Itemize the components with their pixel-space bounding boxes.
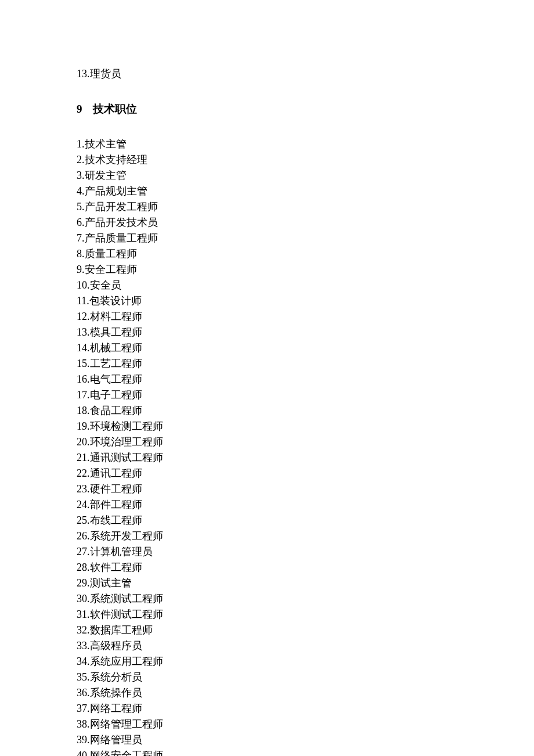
list-item: 9.安全工程师 — [77, 262, 534, 278]
list-item: 37.网络工程师 — [77, 701, 534, 717]
list-item: 30.系统测试工程师 — [77, 591, 534, 607]
list-item: 23.硬件工程师 — [77, 481, 534, 497]
section-number: 9 — [77, 103, 82, 116]
list-item: 18.食品工程师 — [77, 403, 534, 419]
list-item: 2.技术支持经理 — [77, 152, 534, 168]
list-item: 12.材料工程师 — [77, 309, 534, 325]
list-item: 13.模具工程师 — [77, 325, 534, 340]
list-item: 19.环境检测工程师 — [77, 419, 534, 434]
list-item: 40.网络安全工程师 — [77, 748, 534, 756]
list-item: 28.软件工程师 — [77, 560, 534, 575]
list-item: 25.布线工程师 — [77, 513, 534, 528]
list-item: 34.系统应用工程师 — [77, 654, 534, 669]
list-item: 36.系统操作员 — [77, 685, 534, 701]
list-item: 4.产品规划主管 — [77, 183, 534, 199]
list-item: 31.软件测试工程师 — [77, 607, 534, 622]
list-item: 11.包装设计师 — [77, 293, 534, 309]
list-item: 16.电气工程师 — [77, 372, 534, 387]
list-item: 26.系统开发工程师 — [77, 528, 534, 544]
list-item: 22.通讯工程师 — [77, 466, 534, 481]
list-item: 24.部件工程师 — [77, 497, 534, 513]
list-item: 32.数据库工程师 — [77, 622, 534, 638]
list-item: 10.安全员 — [77, 278, 534, 293]
list-item: 20.环境治理工程师 — [77, 434, 534, 450]
section-header: 9技术职位 — [77, 102, 534, 117]
list-item: 38.网络管理工程师 — [77, 717, 534, 732]
list-item: 7.产品质量工程师 — [77, 231, 534, 246]
section-title: 技术职位 — [93, 103, 137, 115]
list-item: 14.机械工程师 — [77, 340, 534, 356]
previous-section-item: 13.理货员 — [77, 67, 534, 81]
list-item: 21.通讯测试工程师 — [77, 450, 534, 466]
list-item: 3.研发主管 — [77, 168, 534, 183]
list-item: 15.工艺工程师 — [77, 356, 534, 372]
list-item: 39.网络管理员 — [77, 732, 534, 748]
list-item: 29.测试主管 — [77, 575, 534, 591]
list-item: 27.计算机管理员 — [77, 544, 534, 560]
list-item: 1.技术主管 — [77, 136, 534, 152]
list-item: 5.产品开发工程师 — [77, 199, 534, 215]
list-item: 33.高级程序员 — [77, 638, 534, 654]
items-list: 1.技术主管 2.技术支持经理 3.研发主管 4.产品规划主管 5.产品开发工程… — [77, 136, 534, 756]
list-item: 35.系统分析员 — [77, 669, 534, 685]
list-item: 17.电子工程师 — [77, 387, 534, 403]
list-item: 8.质量工程师 — [77, 246, 534, 262]
list-item: 6.产品开发技术员 — [77, 215, 534, 231]
